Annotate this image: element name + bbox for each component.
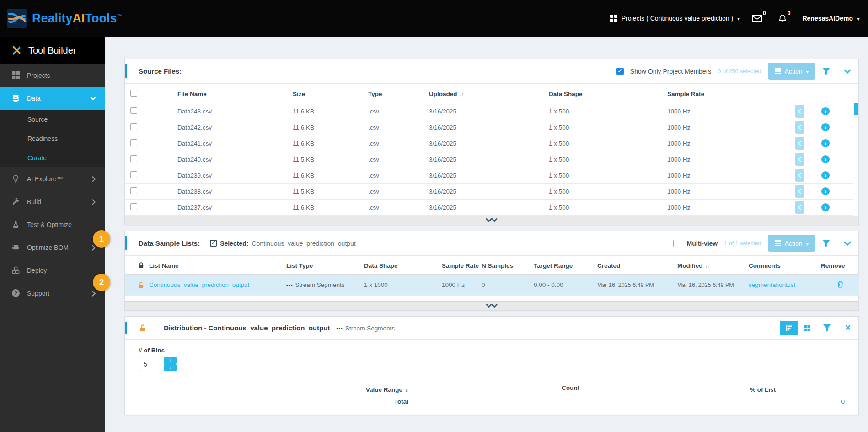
expand-row-button[interactable] (795, 105, 804, 118)
collapse-panel-chevron-icon[interactable] (844, 241, 851, 246)
file-uploaded: 3/16/2025 (429, 200, 549, 216)
unlock-icon[interactable] (139, 324, 146, 332)
comments-link[interactable]: segmentationList (749, 281, 795, 289)
chart-view-button[interactable] (780, 321, 798, 335)
list-modified: Mar 16, 2025 6:49 PM (677, 275, 749, 296)
database-icon (12, 94, 20, 103)
divider (838, 322, 838, 334)
sidebar-item-test-optimize[interactable]: Test & Optimize (0, 213, 105, 236)
user-menu[interactable]: RenesasAIDemo (802, 15, 860, 22)
divider (837, 65, 837, 77)
expand-row-button[interactable] (795, 185, 804, 198)
close-icon[interactable]: ✕ (845, 323, 851, 333)
info-icon[interactable]: i (821, 171, 830, 179)
sample-lists-selected-count: 1 of 1 selected (724, 240, 761, 247)
list-name-link[interactable]: Continuous_value_prediction_output (149, 281, 249, 289)
info-icon[interactable]: i (821, 203, 830, 211)
file-name: Data240.csv (177, 151, 293, 167)
file-size: 11.5 KB (293, 184, 368, 200)
row-checkbox[interactable] (130, 187, 137, 194)
table-view-button[interactable] (798, 321, 816, 335)
expand-row-button[interactable] (795, 201, 804, 214)
trash-icon[interactable] (837, 281, 844, 288)
multi-view-checkbox[interactable] (673, 240, 680, 247)
sidebar-item-build[interactable]: Build (0, 190, 105, 213)
checked-box-icon (210, 240, 217, 247)
bins-input[interactable] (139, 357, 162, 371)
expand-row-button[interactable] (795, 121, 804, 134)
col-modified[interactable]: Modified (677, 256, 749, 275)
sidebar-item-ai-explore[interactable]: AI Explore™ (0, 167, 105, 190)
tool-builder-header: Tool Builder (0, 37, 105, 64)
expand-row-button[interactable] (795, 137, 804, 150)
distribution-body: # of Bins Value Range Count % of List (125, 340, 858, 415)
expand-row-button[interactable] (795, 169, 804, 182)
filter-icon[interactable] (823, 324, 831, 332)
list-created: Mar 16, 2025 6:49 PM (597, 275, 677, 296)
source-files-action-button[interactable]: Action (768, 63, 815, 80)
row-checkbox[interactable] (130, 155, 137, 162)
row-checkbox[interactable] (130, 139, 137, 146)
scrollbar-thumb[interactable] (854, 103, 858, 115)
info-icon[interactable]: i (821, 123, 830, 131)
bins-increment-button[interactable] (164, 357, 177, 364)
row-checkbox[interactable] (130, 123, 137, 130)
data-sample-lists-panel: Data Sample Lists: Selected: Continuous_… (124, 231, 859, 311)
chevron-down-icon (806, 240, 809, 247)
sidebar-item-deploy[interactable]: Deploy (0, 259, 105, 282)
sidebar-item-source[interactable]: Source (0, 110, 105, 129)
sort-icon[interactable] (405, 387, 408, 393)
file-uploaded: 3/16/2025 (429, 135, 549, 151)
filter-icon[interactable] (822, 67, 830, 76)
notifications-count: 0 (788, 10, 791, 16)
accent-bar (125, 322, 127, 334)
sidebar-item-optimize-bom[interactable]: Optimize BOM (0, 236, 105, 259)
file-type: .csv (368, 200, 429, 216)
source-files-selected-count: 0 of 250 selected (718, 68, 761, 75)
sample-lists-action-button[interactable]: Action (768, 235, 815, 252)
col-uploaded[interactable]: Uploaded (429, 84, 549, 103)
sample-list-row[interactable]: Continuous_value_prediction_output •••St… (125, 275, 859, 296)
collapse-toggle[interactable] (125, 216, 858, 225)
info-icon[interactable]: i (821, 187, 830, 195)
show-only-members-label: Show Only Project Members (630, 68, 711, 75)
unlock-icon[interactable] (138, 281, 149, 289)
row-checkbox[interactable] (130, 171, 137, 178)
notifications-button[interactable]: 0 (778, 14, 791, 23)
col-target-range: Target Range (534, 256, 597, 275)
sort-icon[interactable] (705, 263, 709, 269)
collapse-toggle[interactable] (125, 301, 858, 310)
col-value-range[interactable]: Value Range (139, 378, 413, 394)
sidebar-item-label: Test & Optimize (27, 221, 72, 228)
info-icon[interactable]: i (821, 139, 830, 147)
sidebar-item-label: Optimize BOM (27, 244, 69, 251)
table-row: Data242.csv 11.6 KB .csv 3/16/2025 1 x 5… (125, 119, 859, 135)
bell-icon (778, 14, 787, 23)
sidebar-item-data[interactable]: Data (0, 87, 105, 110)
show-only-members-checkbox[interactable] (616, 68, 624, 75)
expand-row-button[interactable] (795, 153, 804, 166)
sidebar-item-support[interactable]: ? Support (0, 282, 105, 305)
sort-icon[interactable] (460, 91, 463, 97)
col-created: Created (597, 256, 677, 275)
data-sample-lists-header: Data Sample Lists: Selected: Continuous_… (125, 231, 858, 256)
sidebar-item-label: Deploy (27, 267, 47, 274)
info-icon[interactable]: i (821, 155, 830, 163)
file-type: .csv (368, 167, 429, 184)
row-checkbox[interactable] (130, 203, 137, 210)
select-all-checkbox[interactable] (130, 90, 137, 97)
sidebar-item-curate[interactable]: Curate (0, 148, 105, 167)
projects-menu[interactable]: Projects ( Continuous value prediction ) (610, 15, 740, 22)
row-checkbox[interactable] (130, 107, 137, 114)
messages-button[interactable]: 0 (752, 14, 766, 22)
sidebar-item-readiness[interactable]: Readiness (0, 129, 105, 148)
annotation-marker-2: 2 (93, 274, 110, 291)
info-icon[interactable]: i (821, 107, 830, 115)
filter-icon[interactable] (822, 239, 830, 248)
sidebar-item-projects[interactable]: Projects (0, 64, 105, 87)
bins-decrement-button[interactable] (164, 364, 177, 371)
col-sample-rate: Sample Rate (442, 256, 482, 275)
collapse-panel-chevron-icon[interactable] (844, 69, 851, 74)
scrollbar-track[interactable] (853, 103, 858, 216)
file-size: 11.6 KB (293, 103, 368, 119)
